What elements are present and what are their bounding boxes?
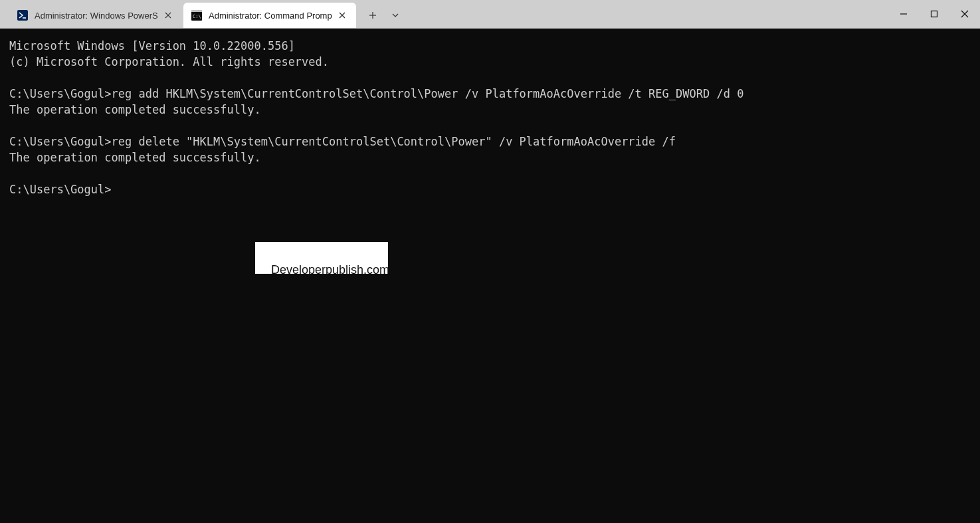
powershell-icon — [17, 10, 28, 21]
tab-close-button[interactable] — [161, 8, 175, 23]
plus-icon — [369, 11, 377, 19]
svg-rect-5 — [191, 10, 202, 12]
tab-title: Administrator: Command Promp — [209, 11, 335, 21]
terminal-line: (c) Microsoft Corporation. All rights re… — [9, 55, 329, 68]
tab-dropdown-button[interactable] — [384, 4, 407, 27]
watermark-text: Developerpublish.com — [271, 263, 389, 276]
tab-strip: Administrator: Windows PowerS C:\ Admini… — [0, 0, 357, 28]
terminal-output[interactable]: Microsoft Windows [Version 10.0.22000.55… — [0, 29, 980, 523]
minimize-button[interactable] — [888, 0, 919, 28]
terminal-line: The operation completed successfully. — [9, 103, 261, 116]
tab-title: Administrator: Windows PowerS — [35, 11, 161, 21]
tab-powershell[interactable]: Administrator: Windows PowerS — [9, 3, 182, 28]
cmd-icon: C:\ — [191, 10, 202, 21]
terminal-line: C:\Users\Gogul> — [9, 183, 112, 196]
close-icon — [339, 12, 345, 19]
window-controls — [888, 0, 980, 28]
terminal-line: C:\Users\Gogul>reg add HKLM\System\Curre… — [9, 87, 743, 100]
watermark-overlay: Developerpublish.com — [255, 242, 388, 274]
close-icon — [165, 12, 171, 19]
chevron-down-icon — [391, 11, 399, 19]
svg-text:C:\: C:\ — [193, 14, 201, 19]
new-tab-button[interactable] — [361, 4, 384, 27]
tab-command-prompt[interactable]: C:\ Administrator: Command Promp — [183, 3, 356, 28]
terminal-line: Microsoft Windows [Version 10.0.22000.55… — [9, 39, 295, 52]
terminal-line: C:\Users\Gogul>reg delete "HKLM\System\C… — [9, 135, 676, 148]
minimize-icon — [900, 10, 908, 18]
svg-rect-12 — [931, 11, 937, 17]
title-bar: Administrator: Windows PowerS C:\ Admini… — [0, 0, 980, 29]
maximize-button[interactable] — [919, 0, 949, 28]
window-close-button[interactable] — [949, 0, 980, 28]
tab-close-button[interactable] — [335, 8, 349, 23]
tab-controls — [357, 0, 407, 28]
maximize-icon — [930, 10, 938, 18]
terminal-line: The operation completed successfully. — [9, 151, 261, 164]
close-icon — [961, 10, 969, 18]
